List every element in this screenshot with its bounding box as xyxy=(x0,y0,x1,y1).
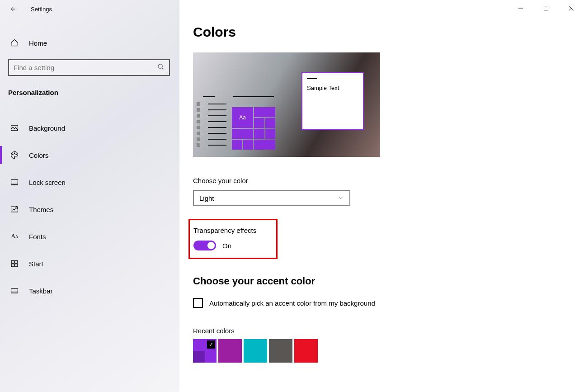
search-input[interactable] xyxy=(14,64,149,71)
sidebar-item-home[interactable]: Home xyxy=(0,34,179,52)
auto-pick-label: Automatically pick an accent color from … xyxy=(209,299,375,307)
content: Colors Aa xyxy=(179,0,584,363)
highlight-transparency: Transparency effects On xyxy=(188,219,278,259)
svg-rect-7 xyxy=(11,260,14,263)
sidebar-item-label: Background xyxy=(29,124,65,132)
sidebar-item-fonts[interactable]: AA Fonts xyxy=(0,223,179,250)
lock-screen-icon xyxy=(10,178,19,187)
page-title: Colors xyxy=(193,24,584,40)
svg-rect-13 xyxy=(544,6,548,10)
sidebar-item-label: Taskbar xyxy=(29,287,53,295)
category-label: Personalization xyxy=(0,76,179,101)
svg-rect-5 xyxy=(11,179,18,184)
sidebar-item-lock-screen[interactable]: Lock screen xyxy=(0,169,179,196)
choose-color-value: Light xyxy=(199,194,214,202)
svg-point-2 xyxy=(12,154,13,155)
svg-rect-8 xyxy=(15,260,18,263)
maximize-button[interactable] xyxy=(533,0,559,16)
transparency-label: Transparency effects xyxy=(193,227,256,234)
transparency-state: On xyxy=(222,242,231,250)
sidebar-item-label: Fonts xyxy=(29,233,46,241)
window-controls xyxy=(508,0,584,16)
sidebar: Settings Home Personalization Background… xyxy=(0,0,179,392)
preview-sample-text: Sample Text xyxy=(307,85,358,91)
sidebar-item-label: Start xyxy=(29,260,43,268)
sidebar-item-themes[interactable]: Themes xyxy=(0,196,179,223)
color-swatch-2[interactable] xyxy=(244,339,267,363)
color-preview: Aa Sample Text xyxy=(193,52,380,157)
sidebar-item-taskbar[interactable]: Taskbar xyxy=(0,277,179,304)
preview-start-menu: Aa xyxy=(197,94,275,150)
sidebar-item-background[interactable]: Background xyxy=(0,114,179,142)
svg-rect-10 xyxy=(15,264,18,267)
palette-icon xyxy=(10,151,19,160)
svg-rect-9 xyxy=(11,264,14,267)
fonts-icon: AA xyxy=(10,232,19,241)
titlebar: Settings xyxy=(0,0,179,18)
chevron-down-icon xyxy=(338,194,344,202)
svg-point-3 xyxy=(14,153,15,154)
picture-icon xyxy=(10,123,19,132)
svg-rect-12 xyxy=(11,292,18,293)
preview-tile-aa: Aa xyxy=(232,107,253,128)
sidebar-item-start[interactable]: Start xyxy=(0,250,179,277)
minimize-button[interactable] xyxy=(508,0,533,16)
check-icon: ✓ xyxy=(207,340,215,349)
choose-color-label: Choose your color xyxy=(193,177,584,184)
sidebar-item-colors[interactable]: Colors xyxy=(0,142,179,169)
svg-point-4 xyxy=(16,154,17,155)
auto-pick-accent[interactable]: Automatically pick an accent color from … xyxy=(193,298,584,308)
color-swatch-4[interactable] xyxy=(294,339,318,363)
color-swatch-3[interactable] xyxy=(269,339,292,363)
sidebar-item-label: Themes xyxy=(29,206,53,213)
color-swatch-0[interactable]: ✓ xyxy=(193,339,217,363)
recent-colors: ✓ xyxy=(193,339,584,363)
back-button[interactable] xyxy=(8,5,17,14)
search-wrap xyxy=(8,59,171,76)
home-label: Home xyxy=(29,39,47,47)
svg-point-0 xyxy=(158,64,162,68)
auto-pick-checkbox[interactable] xyxy=(193,298,203,308)
search-icon xyxy=(157,63,165,72)
sidebar-item-label: Colors xyxy=(29,151,48,159)
sidebar-item-label: Lock screen xyxy=(29,179,66,186)
home-icon xyxy=(10,38,19,47)
app-title: Settings xyxy=(31,6,52,13)
choose-color-select[interactable]: Light xyxy=(193,190,350,206)
preview-window: Sample Text xyxy=(301,72,364,130)
accent-heading: Choose your accent color xyxy=(193,275,584,287)
search-box[interactable] xyxy=(8,59,170,76)
main-pane: Colors Aa xyxy=(179,0,584,392)
themes-icon xyxy=(10,205,19,214)
color-swatch-1[interactable] xyxy=(218,339,242,363)
transparency-toggle[interactable] xyxy=(193,241,216,250)
close-button[interactable] xyxy=(559,0,584,16)
recent-colors-label: Recent colors xyxy=(193,327,584,335)
nav-list: Background Colors Lock screen Themes AA … xyxy=(0,114,179,304)
start-icon xyxy=(10,259,19,268)
taskbar-icon xyxy=(10,286,19,295)
preview-list xyxy=(197,94,226,150)
preview-tiles: Aa xyxy=(232,94,275,150)
